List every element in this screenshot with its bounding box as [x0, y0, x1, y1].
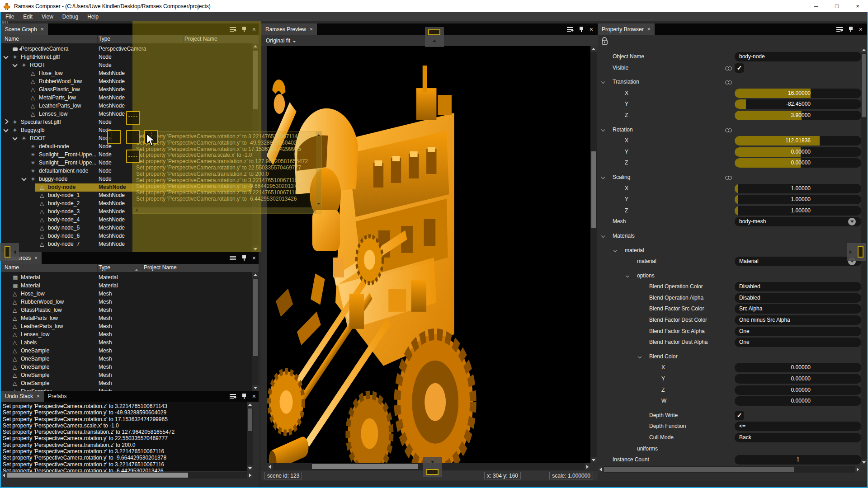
- resources-vscrollbar[interactable]: [252, 272, 259, 391]
- expander-icon[interactable]: [4, 54, 8, 58]
- combo-box[interactable]: Back: [735, 433, 861, 442]
- expander-icon[interactable]: [4, 119, 8, 123]
- dock-menu-icon[interactable]: [230, 256, 236, 260]
- expander-icon[interactable]: [31, 241, 35, 245]
- tree-row[interactable]: OneSample Mesh: [1, 363, 259, 371]
- undo-log-line[interactable]: Set property 'PerspectiveCamera.translat…: [3, 429, 247, 435]
- dock-menu-icon[interactable]: [836, 27, 843, 32]
- tree-row[interactable]: FiveSamples Mesh: [1, 388, 259, 391]
- collapse-caret-icon[interactable]: [602, 176, 605, 179]
- drop-indicator-edge-left[interactable]: [0, 243, 19, 261]
- expander-icon[interactable]: [31, 233, 35, 237]
- undo-log-line[interactable]: Set property 'PerspectiveCamera.rotation…: [3, 435, 247, 441]
- preview-viewport[interactable]: [267, 46, 590, 463]
- combo-box[interactable]: One minus Src Alpha: [735, 315, 861, 325]
- expander-icon[interactable]: [31, 216, 35, 221]
- link-icon[interactable]: [725, 176, 732, 180]
- pin-icon[interactable]: [242, 255, 246, 261]
- expander-icon[interactable]: [22, 111, 26, 115]
- tree-row[interactable]: RubberWood_low Mesh: [1, 298, 259, 306]
- tree-row[interactable]: OneSample Mesh: [1, 347, 259, 355]
- undo-log-line[interactable]: Set property 'PerspectiveCamera.rotation…: [3, 455, 247, 461]
- checkbox[interactable]: ✓: [735, 63, 744, 73]
- undo-hscrollbar[interactable]: [1, 472, 253, 479]
- expander-icon[interactable]: [13, 135, 17, 140]
- undo-log-line[interactable]: Set property 'PerspectiveCamera.rotation…: [3, 461, 247, 468]
- menu-view[interactable]: View: [37, 12, 58, 21]
- tree-row[interactable]: Lenses_low Mesh: [1, 331, 259, 339]
- slider-field[interactable]: 1.00000: [735, 195, 861, 204]
- collapse-caret-icon[interactable]: [602, 80, 605, 84]
- text-field[interactable]: body-node: [735, 52, 861, 61]
- expander-icon[interactable]: [22, 70, 26, 75]
- tree-row[interactable]: Material Material: [1, 282, 259, 290]
- expander-icon[interactable]: [31, 192, 35, 197]
- tree-row[interactable]: OneSample Mesh: [1, 380, 259, 388]
- link-icon[interactable]: [725, 80, 732, 84]
- expander-icon[interactable]: [4, 372, 8, 376]
- drop-indicator-edge-right[interactable]: [847, 243, 866, 261]
- combo-box[interactable]: <=: [735, 422, 861, 431]
- dock-close-icon[interactable]: ×: [859, 26, 863, 33]
- expander-icon[interactable]: [4, 282, 8, 287]
- tab-close-icon[interactable]: ×: [37, 393, 40, 399]
- expander-icon[interactable]: [4, 339, 8, 344]
- preview-vscrollbar[interactable]: [590, 46, 597, 463]
- preview-fit-select[interactable]: Original fit: [266, 38, 296, 44]
- expander-icon[interactable]: [4, 364, 8, 368]
- dock-close-icon[interactable]: ×: [252, 255, 256, 261]
- drop-indicator-bottom[interactable]: [126, 150, 140, 163]
- slider-field[interactable]: 1.00000: [735, 206, 861, 216]
- undo-log-line[interactable]: Set property 'PerspectiveCamera.scale.x'…: [3, 422, 247, 429]
- tab-prefabs[interactable]: Prefabs: [44, 391, 71, 402]
- combo-box[interactable]: Disabled: [735, 282, 861, 291]
- expander-icon[interactable]: [22, 143, 26, 148]
- combo-box[interactable]: Material: [735, 257, 861, 266]
- tab-undo-stack[interactable]: Undo Stack×: [1, 391, 44, 402]
- expander-icon[interactable]: [22, 168, 26, 172]
- slider-field[interactable]: 0.00000: [735, 385, 861, 395]
- tree-row[interactable]: Material Material: [1, 274, 259, 282]
- slider-field[interactable]: 0.00000: [735, 158, 861, 168]
- property-hscrollbar[interactable]: [598, 466, 861, 473]
- tab-scene-graph[interactable]: Scene Graph×: [1, 23, 48, 35]
- collapse-caret-icon[interactable]: [602, 235, 605, 238]
- expander-icon[interactable]: [4, 380, 8, 385]
- drop-indicator-edge-top[interactable]: [425, 27, 444, 47]
- checkbox[interactable]: ✓: [735, 411, 744, 420]
- drop-indicator-center[interactable]: [126, 130, 140, 144]
- drop-indicator-edge-bottom[interactable]: [423, 457, 442, 477]
- combo-box[interactable]: Disabled: [735, 293, 861, 303]
- undo-log[interactable]: Set property 'PerspectiveCamera.rotation…: [1, 402, 247, 471]
- expander-icon[interactable]: [4, 315, 8, 319]
- menu-debug[interactable]: Debug: [58, 12, 83, 21]
- expander-icon[interactable]: [22, 151, 26, 156]
- expander-icon[interactable]: [4, 127, 8, 131]
- tree-row[interactable]: MetalParts_low Mesh: [1, 314, 259, 323]
- tree-row[interactable]: GlassPlastic_low Mesh: [1, 306, 259, 314]
- slider-field[interactable]: 0.00000: [735, 363, 861, 372]
- drop-indicator-left[interactable]: [107, 130, 121, 144]
- menu-edit[interactable]: Edit: [19, 12, 37, 21]
- expander-icon[interactable]: [4, 307, 8, 311]
- dock-close-icon[interactable]: ×: [590, 26, 593, 33]
- expander-icon[interactable]: [4, 356, 8, 360]
- tree-row[interactable]: LeatherParts_low Mesh: [1, 323, 259, 331]
- undo-log-line[interactable]: Set property 'PerspectiveCamera.rotation…: [3, 448, 247, 455]
- undo-log-line[interactable]: Set property 'PerspectiveCamera.rotation…: [3, 416, 247, 422]
- expander-icon[interactable]: [22, 94, 26, 99]
- slider-field[interactable]: 3.90000: [735, 111, 861, 120]
- menu-file[interactable]: File: [1, 12, 19, 21]
- expander-icon[interactable]: [22, 160, 26, 164]
- lock-icon[interactable]: [601, 37, 608, 45]
- slider-field[interactable]: 112.01836: [735, 136, 861, 145]
- combo-box[interactable]: Src Alpha: [735, 304, 861, 314]
- dock-menu-icon[interactable]: [567, 27, 573, 32]
- combo-box[interactable]: One: [735, 338, 861, 347]
- tab-close-icon[interactable]: ×: [647, 26, 651, 33]
- expander-icon[interactable]: [22, 86, 26, 91]
- tab-close-icon[interactable]: ×: [41, 26, 44, 33]
- pin-icon[interactable]: [849, 27, 853, 32]
- dock-close-icon[interactable]: ×: [252, 393, 256, 399]
- tab-close-icon[interactable]: ×: [310, 26, 313, 33]
